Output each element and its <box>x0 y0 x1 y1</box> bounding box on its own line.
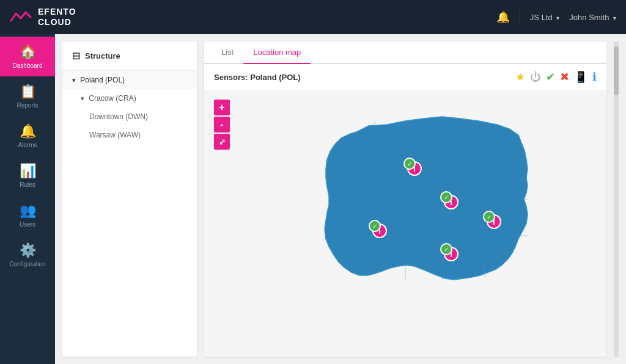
scrollbar[interactable] <box>614 42 619 357</box>
notifications-button[interactable]: 🔔 <box>496 10 510 24</box>
structure-header: ⊟ Structure <box>62 42 197 71</box>
rules-icon: 📊 <box>20 163 36 179</box>
info-icon[interactable]: ℹ <box>592 70 597 84</box>
phone-icon[interactable]: 📱 <box>574 70 587 84</box>
zoom-out-button[interactable]: - <box>214 117 230 133</box>
scrollbar-thumb[interactable] <box>614 46 619 95</box>
sidebar-label-users: Users <box>20 221 35 228</box>
alarms-icon: 🔔 <box>20 123 36 139</box>
sidebar-item-alarms[interactable]: 🔔 Alarms <box>0 116 55 156</box>
tree-caret-cracow: ▾ <box>81 95 84 102</box>
map-panel: List Location map Sensors: Poland (POL) … <box>204 42 606 357</box>
sidebar-label-configuration: Configuration <box>9 261 45 268</box>
navbar-right: 🔔 JS Ltd ▾ John Smith ▾ <box>496 10 616 24</box>
sidebar-label-dashboard: Dashboard <box>13 62 43 69</box>
zoom-reset-button[interactable]: ⤢ <box>214 134 230 150</box>
check-circle-icon[interactable]: ✔ <box>546 70 555 84</box>
tree-caret-poland: ▾ <box>72 76 76 84</box>
content-area: ⊟ Structure ▾ Poland (POL) ▾ Cracow (CRA… <box>55 34 626 364</box>
x-circle-icon[interactable]: ✖ <box>560 70 569 84</box>
main-layout: 🏠 Dashboard 📋 Reports 🔔 Alarms 📊 Rules 👥… <box>0 34 626 364</box>
svg-text:✓: ✓ <box>487 214 492 220</box>
sidebar-item-users[interactable]: 👥 Users <box>0 195 55 235</box>
org-caret-icon: ▾ <box>556 15 559 21</box>
tabs-bar: List Location map <box>204 42 606 64</box>
org-selector[interactable]: JS Ltd ▾ <box>530 13 559 22</box>
tree-item-downtown[interactable]: Downtown (DWN) <box>62 107 197 126</box>
poland-map: i ✓ i ✓ <box>234 95 576 352</box>
users-icon: 👥 <box>20 203 36 219</box>
configuration-icon: ⚙️ <box>20 242 36 258</box>
tree-item-cracow[interactable]: ▾ Cracow (CRA) <box>62 89 197 107</box>
sidebar-item-dashboard[interactable]: 🏠 Dashboard <box>0 37 55 76</box>
sidebar-label-rules: Rules <box>20 181 35 188</box>
svg-text:✓: ✓ <box>444 246 449 253</box>
structure-panel: ⊟ Structure ▾ Poland (POL) ▾ Cracow (CRA… <box>62 42 197 357</box>
map-title: Sensors: Poland (POL) <box>214 73 510 82</box>
dashboard-icon: 🏠 <box>20 44 36 60</box>
brand-logo-icon <box>10 9 32 26</box>
zoom-controls: + - ⤢ <box>214 100 230 150</box>
svg-text:✓: ✓ <box>407 161 412 167</box>
user-caret-icon: ▾ <box>613 15 616 21</box>
sidebar-item-configuration[interactable]: ⚙️ Configuration <box>0 235 55 275</box>
tab-list[interactable]: List <box>212 42 243 64</box>
sidebar: 🏠 Dashboard 📋 Reports 🔔 Alarms 📊 Rules 👥… <box>0 34 55 364</box>
tab-location-map[interactable]: Location map <box>243 42 311 64</box>
structure-icon: ⊟ <box>72 50 80 62</box>
svg-text:✓: ✓ <box>444 194 449 201</box>
map-svg-container: i ✓ i ✓ <box>204 90 606 357</box>
favorite-icon[interactable]: ★ <box>515 70 525 84</box>
tree-item-poland[interactable]: ▾ Poland (POL) <box>62 71 197 89</box>
svg-text:✓: ✓ <box>372 223 377 230</box>
map-container: + - ⤢ <box>204 90 606 357</box>
tree-item-warsaw[interactable]: Warsaw (WAW) <box>62 126 197 144</box>
sidebar-label-reports: Reports <box>17 102 38 109</box>
map-toolbar: Sensors: Poland (POL) ★ ⏻ ✔ ✖ 📱 ℹ <box>204 64 606 90</box>
navbar: EFENTO CLOUD 🔔 JS Ltd ▾ John Smith ▾ <box>0 0 626 34</box>
structure-title: Structure <box>85 51 120 60</box>
sidebar-label-alarms: Alarms <box>18 142 37 148</box>
sidebar-item-reports[interactable]: 📋 Reports <box>0 76 55 116</box>
zoom-in-button[interactable]: + <box>214 100 230 115</box>
brand-text: EFENTO CLOUD <box>38 7 76 27</box>
user-menu[interactable]: John Smith ▾ <box>569 13 616 22</box>
brand-logo-area: EFENTO CLOUD <box>10 7 76 27</box>
sidebar-item-rules[interactable]: 📊 Rules <box>0 156 55 195</box>
power-icon[interactable]: ⏻ <box>530 71 541 84</box>
reports-icon: 📋 <box>20 84 36 100</box>
nav-divider <box>520 10 520 24</box>
